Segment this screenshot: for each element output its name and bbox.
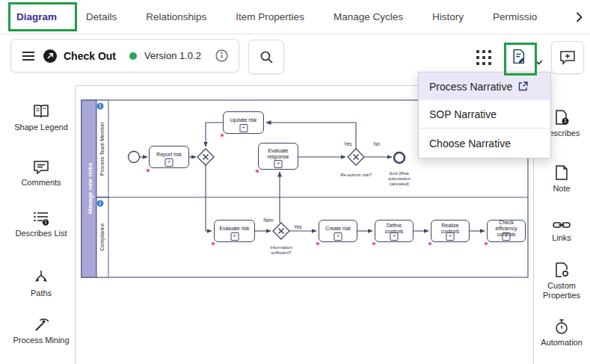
chevron-down-icon [535,60,543,65]
subprocess-plus-icon[interactable] [274,160,283,168]
attribute-marker-icon [484,242,488,245]
menu-item-sop-narrative[interactable]: SOP Narrative [419,100,550,128]
attribute-marker-icon [372,242,375,245]
sidebar-item-links[interactable]: Links [533,212,590,243]
menu-item-choose-narrative[interactable]: Choose Narrative [419,128,550,158]
flow-label-nein: Nein [263,218,274,223]
list-info-icon [7,208,75,226]
start-event[interactable] [129,152,140,163]
add-comment-button[interactable] [551,41,584,74]
search-button[interactable] [248,40,284,74]
sidebar-item-label: Note [533,184,590,194]
tab-history[interactable]: History [432,11,464,22]
sidebar-item-describes-list[interactable]: Describes List [7,208,75,238]
tab-diagram[interactable]: Diagram [16,11,57,22]
attribute-marker-icon [428,242,431,245]
sidebar-item-label: Shape Legend [7,123,75,132]
comment-plus-icon [559,50,576,65]
stopwatch-icon [533,317,590,335]
gateway-label-information-sufficient: Information sufficient? [262,245,301,256]
tab-manage-cycles[interactable]: Manage Cycles [334,11,403,22]
sidebar-item-label: Custom Properties [533,281,590,300]
chain-link-icon [533,212,590,230]
info-icon[interactable] [215,49,228,62]
task-label: Create risk [325,226,351,232]
sidebar-item-paths[interactable]: Paths [7,268,75,298]
subprocess-plus-icon[interactable] [503,232,511,241]
subprocess-plus-icon[interactable] [165,158,173,167]
bpmn-task-evaluate-risk[interactable]: Evaluate risk [214,220,255,242]
flow-gateway1-to-evaluate-risk [206,165,212,231]
external-link-icon [518,81,528,91]
check-out-arrow-icon [43,49,58,64]
attribute-marker-icon [220,134,224,137]
subprocess-plus-icon[interactable] [230,232,239,241]
task-label: Update risk [230,117,256,123]
end-event[interactable] [394,152,405,163]
sidebar-item-label: Comments [7,178,75,188]
subprocess-plus-icon[interactable] [239,124,248,132]
menu-button[interactable] [22,51,35,61]
pickaxe-icon [7,315,75,333]
bpmn-task-define-controls[interactable]: Define controls [375,220,414,242]
sidebar-item-label: Process Mining [7,336,75,345]
hamburger-icon [22,51,35,61]
chevron-right-icon[interactable] [576,12,583,25]
bpmn-task-update-risk[interactable]: Update risk [223,111,264,134]
check-out-button[interactable]: Check Out [43,49,116,64]
speech-bubble-icon [7,157,75,175]
bpmn-task-create-risk[interactable]: Create risk [319,220,357,242]
attribute-marker-icon [255,170,259,173]
narrative-menu: Process Narrative SOP Narrative Choose N… [418,72,551,158]
toolbar-left-group: Check Out Version 1.0.2 [10,39,239,73]
sidebar-item-label: Describes List [7,229,75,238]
narrative-button[interactable] [510,48,527,68]
xor-gateway-resubmit[interactable] [348,149,364,165]
subprocess-plus-icon[interactable] [446,232,455,241]
apps-grid-button[interactable] [476,49,492,69]
sidebar-item-custom-properties[interactable]: Custom Properties [533,260,590,300]
attribute-marker-icon [316,242,319,245]
bpmn-task-check-efficiency-controls[interactable]: Check efficiency controls [487,220,526,242]
sidebar-item-label: Automation [533,338,590,348]
task-label: Report risk [156,152,182,158]
subprocess-plus-icon[interactable] [390,232,399,241]
lane-info-badge-icon[interactable] [97,103,104,110]
sidebar-item-process-mining[interactable]: Process Mining [7,315,75,345]
branch-arrows-icon [7,268,75,286]
sidebar-item-note[interactable]: Note [533,163,590,194]
document-narrative-icon [510,48,527,65]
bpmn-task-evaluate-response[interactable]: Evaluate response [258,143,298,170]
xor-gateway-1[interactable] [197,149,214,165]
menu-item-label: SOP Narrative [429,108,497,120]
narrative-expand-button[interactable] [535,55,543,68]
end-event-label: End (Risk submission canceled) [380,171,419,187]
document-icon [533,163,590,181]
xor-gateway-information-sufficient[interactable] [273,223,289,239]
sidebar-item-label: Paths [7,289,75,298]
pool-label: Manage new risks [87,162,93,214]
check-out-label: Check Out [64,50,116,62]
lane-label-compliance: Compliance [99,223,105,250]
flow-label-no: No [374,141,381,146]
bpmn-task-realize-controls[interactable]: Realize controls [431,220,470,242]
tab-details[interactable]: Details [86,11,117,22]
bpmn-task-report-risk[interactable]: Report risk [149,146,189,168]
lane-info-badge-icon[interactable] [97,200,104,207]
search-icon [259,50,274,64]
flow-update-risk-to-gateway1 [206,123,223,146]
menu-item-process-narrative[interactable]: Process Narrative [419,73,550,100]
tab-relationships[interactable]: Relationships [146,11,206,22]
document-gear-icon [533,260,590,278]
sidebar-item-automation[interactable]: Automation [533,317,590,348]
menu-item-label: Process Narrative [429,81,512,93]
tab-permissions[interactable]: Permissio [493,11,537,22]
sidebar-item-comments[interactable]: Comments [7,157,75,188]
tab-item-properties[interactable]: Item Properties [236,11,304,22]
attribute-marker-icon [211,242,215,245]
subprocess-plus-icon[interactable] [334,232,342,241]
sidebar-item-shape-legend[interactable]: Shape Legend [7,102,75,132]
lane-label-process-team-member: Process Team Member [99,121,105,176]
gateway-label-resubmit: Re-submit risk? [340,173,372,177]
task-label: Evaluate response [261,148,295,160]
